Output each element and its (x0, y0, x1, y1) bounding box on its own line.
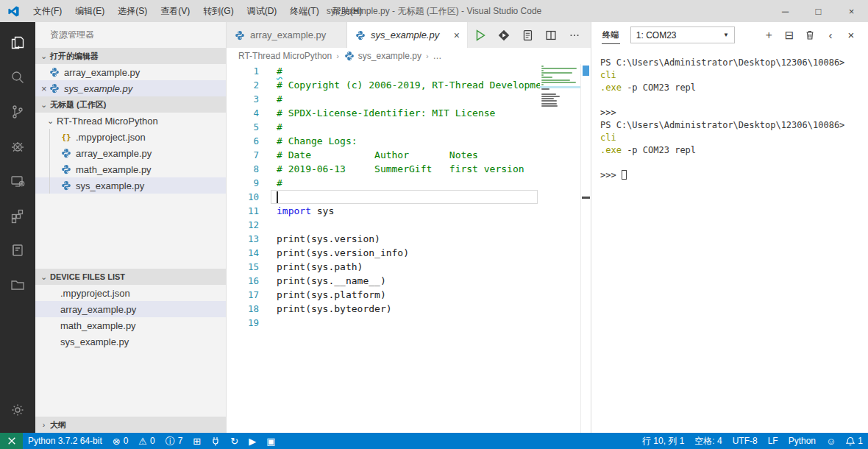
tree-item[interactable]: sys_example.py (35, 177, 226, 194)
split-editor-icon[interactable] (541, 22, 561, 48)
code-line[interactable]: 13print(sys.version) (227, 232, 540, 246)
problems-infos[interactable]: ⓘ7 (160, 433, 188, 449)
debug-icon[interactable] (0, 129, 35, 163)
section-open-editors[interactable]: ⌄ 打开的编辑器 (35, 48, 226, 64)
notifications-bell[interactable]: 1 (841, 433, 868, 449)
language-mode[interactable]: Python (783, 433, 821, 449)
minimap[interactable] (540, 65, 580, 433)
code-line[interactable]: 19 (227, 316, 540, 330)
menu-s[interactable]: 选择(S) (111, 0, 154, 22)
download-run-icon[interactable] (494, 22, 514, 48)
code-line[interactable]: 9# (227, 176, 540, 190)
terminal-output[interactable]: PS C:\Users\Administrator\Desktop\12306\… (591, 48, 868, 433)
play-icon: ▶ (249, 436, 256, 446)
device-file-item[interactable]: array_example.py (35, 301, 226, 317)
run-python-icon[interactable] (470, 22, 491, 48)
code-line[interactable]: 15print(sys.path) (227, 260, 540, 274)
terminal-instance-select[interactable]: 1: COM23 ▼ (630, 26, 735, 43)
explorer-icon[interactable] (0, 25, 35, 60)
kill-terminal-icon[interactable] (800, 26, 819, 45)
code-line[interactable]: 12 (227, 218, 540, 232)
folder-icon[interactable] (0, 267, 35, 302)
remote-indicator[interactable] (0, 433, 23, 449)
menu-t[interactable]: 终端(T) (283, 0, 325, 22)
menu-f[interactable]: 文件(F) (26, 0, 68, 22)
code-editor[interactable]: 1#2# Copyright (c) 2006-2019, RT-Thread … (227, 64, 591, 433)
code-line[interactable]: 2# Copyright (c) 2006-2019, RT-Thread De… (227, 78, 540, 92)
code-line[interactable]: 10 (227, 190, 540, 204)
device-files-list: .mpyproject.jsonarray_example.pymath_exa… (35, 285, 226, 350)
open-editor-item[interactable]: array_example.py (35, 64, 226, 80)
section-device-files[interactable]: ⌄ DEVICE FILES LIST (35, 269, 226, 285)
python-interpreter[interactable]: Python 3.7.2 64-bit (23, 433, 107, 449)
connect-device[interactable] (206, 433, 225, 449)
window-controls: ─□× (769, 0, 868, 22)
device-file-item[interactable]: .mpyproject.json (35, 285, 226, 301)
scrollbar-overview-ruler[interactable] (580, 64, 591, 433)
close-panel-icon[interactable]: × (842, 26, 861, 45)
tab-terminal[interactable]: 终端 (602, 26, 620, 44)
tree-folder-rt-thread[interactable]: ⌄ RT-Thread MicroPython (35, 113, 226, 129)
split-terminal-icon[interactable]: ⊟ (780, 26, 799, 45)
maximize-button[interactable]: □ (802, 0, 835, 22)
feedback-smiley[interactable]: ☺ (821, 433, 841, 449)
source-control-icon[interactable] (0, 94, 35, 129)
device-file-item[interactable]: math_example.py (35, 317, 226, 333)
problems-errors[interactable]: ⊗0 (107, 433, 134, 449)
new-file-device[interactable]: ⊞ (188, 433, 206, 449)
run-device[interactable]: ▶ (243, 433, 261, 449)
code-line[interactable]: 3# (227, 92, 540, 106)
code-line[interactable]: 16print(sys.__name__) (227, 274, 540, 288)
menu-d[interactable]: 调试(D) (241, 0, 284, 22)
tree-item[interactable]: array_example.py (35, 145, 226, 161)
code-line[interactable]: 6# Change Logs: (227, 134, 540, 148)
minimap-code-bar (541, 88, 549, 90)
breadcrumb-more[interactable]: … (433, 51, 442, 61)
problems-warnings[interactable]: ⚠0 (133, 433, 160, 449)
close-icon[interactable]: × (35, 83, 49, 94)
chevron-left-icon[interactable]: ‹ (821, 26, 840, 45)
tree-item[interactable]: math_example.py (35, 161, 226, 177)
extensions-icon[interactable] (0, 198, 35, 233)
code-line[interactable]: 7# Date Author Notes (227, 148, 540, 162)
code-line[interactable]: 8# 2019-06-13 SummerGift first version (227, 162, 540, 176)
close-button[interactable]: × (835, 0, 868, 22)
section-workspace[interactable]: ⌄ 无标题 (工作区) (35, 96, 226, 113)
menu-v[interactable]: 查看(V) (154, 0, 196, 22)
new-terminal-icon[interactable]: ＋ (759, 26, 778, 45)
notebook-icon[interactable] (0, 233, 35, 267)
more-actions-icon[interactable] (564, 22, 585, 48)
section-outline[interactable]: › 大纲 (35, 417, 226, 433)
indentation[interactable]: 空格: 4 (689, 433, 727, 449)
close-icon[interactable]: × (449, 29, 460, 41)
remote-device-icon[interactable] (0, 163, 35, 198)
tree-item[interactable]: {}.mpyproject.json (35, 129, 226, 145)
binary-file-icon[interactable] (517, 22, 538, 48)
code-line[interactable]: 4# SPDX-License-Identifier: MIT License (227, 106, 540, 120)
cursor-position[interactable]: 行 10, 列 1 (637, 433, 689, 449)
tab-sys_example-py[interactable]: sys_example.py× (347, 22, 468, 48)
breadcrumb-folder[interactable]: RT-Thread MicroPython (238, 51, 332, 61)
code-line[interactable]: 14print(sys.version_info) (227, 246, 540, 260)
line-number: 18 (227, 302, 277, 316)
code-line[interactable]: 5# (227, 120, 540, 134)
search-icon[interactable] (0, 60, 35, 94)
minimize-button[interactable]: ─ (769, 0, 802, 22)
open-editor-item[interactable]: ×sys_example.py (35, 80, 226, 96)
minimap-code-bar (541, 68, 577, 69)
device-file-item[interactable]: sys_example.py (35, 333, 226, 350)
eol[interactable]: LF (763, 433, 783, 449)
code-line[interactable]: 11import sys (227, 204, 540, 218)
code-line[interactable]: 1# (227, 64, 540, 78)
breadcrumb-file[interactable]: sys_example.py (358, 51, 421, 61)
menu-e[interactable]: 编辑(E) (68, 0, 111, 22)
code-line[interactable]: 17print(sys.platform) (227, 288, 540, 302)
sync-device[interactable]: ↻ (225, 433, 243, 449)
menu-g[interactable]: 转到(G) (196, 0, 240, 22)
tab-array_example-py[interactable]: array_example.py (227, 22, 347, 48)
settings-gear-icon[interactable] (0, 392, 35, 427)
encoding[interactable]: UTF-8 (728, 433, 763, 449)
line-number: 16 (227, 274, 277, 288)
code-line[interactable]: 18print(sys.byteorder) (227, 302, 540, 316)
stop-device[interactable]: ▣ (261, 433, 280, 449)
